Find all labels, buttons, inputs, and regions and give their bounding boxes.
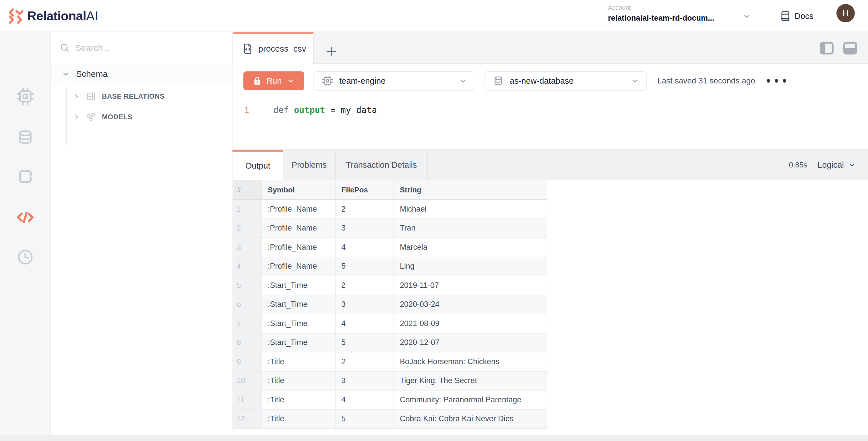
docs-button[interactable]: Docs (780, 0, 813, 32)
schema-explorer-panel: Schema BASE RELATIONS (51, 32, 232, 441)
database-icon (16, 128, 34, 146)
table-cell: 8 (233, 334, 262, 352)
mode-select[interactable]: Logical (817, 160, 856, 170)
run-button[interactable]: Run (243, 71, 304, 90)
tree-item-base-relations[interactable]: BASE RELATIONS (51, 86, 232, 107)
code-token-definition: output (294, 105, 325, 115)
kebab-menu-icon (766, 78, 787, 83)
table-cell: :Profile_Name (262, 219, 336, 238)
tab-problems[interactable]: Problems (283, 150, 336, 180)
editor-tab-strip: process_csv (232, 32, 868, 64)
user-avatar[interactable]: H (836, 4, 855, 22)
database-value: as-new-database (510, 76, 574, 86)
cpu-icon (16, 87, 35, 106)
tree-item-models[interactable]: MODELS (51, 107, 232, 127)
brand-name: RelationalAI (27, 9, 99, 23)
table-cell: 4 (336, 238, 394, 257)
table-row[interactable]: 7:Start_Time42021-08-09 (233, 314, 547, 334)
line-number: 1 (232, 104, 249, 116)
table-cell: 7 (233, 314, 262, 333)
table-cell: 11 (233, 391, 262, 409)
account-switcher[interactable]: Account relationalai-team-rd-docum... (608, 4, 714, 23)
table-cell: 2020-03-24 (394, 295, 547, 314)
table-row[interactable]: 12:Title5Cobra Kai: Cobra Kai Never Dies (233, 410, 547, 429)
model-graph-icon (85, 111, 97, 123)
engine-select[interactable]: team-engine (313, 71, 475, 91)
database-select[interactable]: as-new-database (485, 71, 647, 91)
table-cell: :Title (262, 410, 336, 429)
tab-transaction-details[interactable]: Transaction Details (336, 150, 428, 180)
column-header-index: # (233, 180, 262, 199)
tab-output[interactable]: Output (232, 150, 283, 180)
column-header-symbol: Symbol (262, 180, 336, 199)
tab-label: Transaction Details (346, 160, 417, 170)
table-cell: BoJack Horseman: Chickens (394, 352, 547, 371)
toggle-left-panel-icon[interactable] (820, 42, 834, 55)
run-toolbar: Run team-engine (232, 64, 868, 98)
tab-process-csv[interactable]: process_csv (233, 32, 314, 64)
chevron-down-icon[interactable] (742, 11, 751, 21)
search-input[interactable] (75, 43, 213, 53)
table-cell: 2019-11-07 (394, 276, 547, 295)
table-row[interactable]: 4:Profile_Name5Ling (233, 257, 547, 276)
table-row[interactable]: 9:Title2BoJack Horseman: Chickens (233, 352, 547, 372)
account-label: Account (608, 4, 714, 11)
relationalai-logo-icon (8, 8, 23, 24)
sidebar-item-databases[interactable] (0, 127, 50, 147)
table-row[interactable]: 11:Title4Community: Paranormal Parentage (233, 391, 547, 410)
editor-area: process_csv (232, 32, 868, 441)
sidebar-item-editor[interactable] (0, 207, 50, 228)
toggle-bottom-panel-icon[interactable] (843, 42, 857, 55)
cpu-icon (321, 75, 334, 87)
table-row[interactable]: 8:Start_Time52020-12-07 (233, 334, 547, 353)
cards-icon (16, 168, 35, 186)
code-content: def output = my_data (273, 104, 377, 116)
column-header-string: String (394, 180, 547, 199)
table-cell: 3 (336, 295, 394, 314)
nav-rail: ⌘ (0, 32, 51, 441)
table-row[interactable]: 10:Title3Tiger King: The Secret (233, 372, 547, 391)
table-cell: Tiger King: The Secret (394, 372, 547, 390)
table-row[interactable]: 1:Profile_Name2Michael (233, 200, 547, 219)
table-cell: 9 (233, 352, 262, 371)
table-cell: :Profile_Name (262, 200, 336, 218)
sidebar-item-engines[interactable] (0, 86, 50, 107)
table-cell: :Profile_Name (262, 257, 336, 276)
table-cell: Michael (394, 200, 547, 218)
layout-toggles (820, 42, 857, 55)
chevron-right-icon (73, 93, 80, 100)
table-header-row: # Symbol FilePos String (233, 180, 547, 200)
table-cell: :Start_Time (262, 276, 336, 295)
code-editor-line[interactable]: 1 def output = my_data (232, 104, 377, 116)
table-cell: 4 (336, 391, 394, 409)
table-cell: :Title (262, 352, 336, 371)
table-row[interactable]: 2:Profile_Name3Tran (233, 219, 547, 238)
table-cell: 4 (233, 257, 262, 276)
table-row[interactable]: 6:Start_Time32020-03-24 (233, 295, 547, 314)
file-code-icon (243, 43, 253, 55)
output-panel: Output Problems Transaction Details 0.85… (232, 149, 868, 441)
chevron-down-icon (459, 77, 467, 85)
table-cell: :Start_Time (262, 334, 336, 352)
chevron-right-icon (73, 113, 80, 121)
tree-item-label: MODELS (102, 113, 132, 121)
table-row[interactable]: 5:Start_Time22019-11-07 (233, 276, 547, 295)
table-cell: 5 (336, 257, 394, 276)
relationalai-console: RelationalAI Account relationalai-team-r… (0, 0, 868, 441)
clock-icon (16, 248, 34, 266)
database-icon (493, 75, 504, 87)
table-cell: Ling (394, 257, 547, 276)
sidebar-item-history[interactable] (0, 247, 50, 268)
table-cell: :Start_Time (262, 314, 336, 333)
schema-section-header[interactable]: Schema (51, 64, 232, 84)
avatar-initial: H (842, 8, 849, 18)
table-cell: 2 (336, 200, 394, 218)
sidebar-item-worksheets[interactable] (0, 167, 50, 187)
schema-label: Schema (76, 69, 107, 79)
code-token-keyword: def (273, 105, 294, 115)
run-label: Run (267, 76, 282, 86)
more-options-button[interactable] (763, 76, 790, 86)
table-cell: :Title (262, 391, 336, 409)
table-row[interactable]: 3:Profile_Name4Marcela (233, 238, 547, 257)
new-tab-button[interactable] (323, 43, 339, 60)
